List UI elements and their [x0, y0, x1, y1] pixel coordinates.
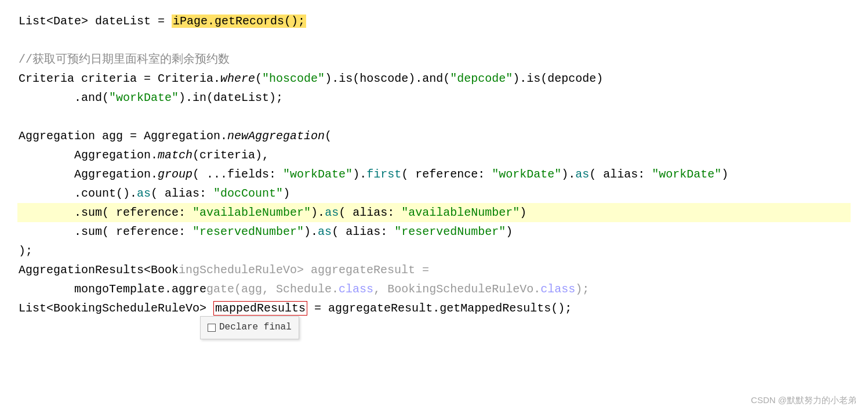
code-line-agg-1: Aggregation agg = Aggregation.newAggrega…: [17, 126, 851, 146]
code-line-agg-sum-available: .sum( reference: "availableNumber").as( …: [17, 203, 851, 222]
declare-final-label: Declare final: [219, 320, 292, 335]
code-line-mongo: mongoTemplate.aggregate(agg, Schedule.cl…: [17, 280, 851, 299]
code-line-agg-count: .count().as( alias: "docCount"): [17, 184, 851, 203]
ipage-highlight: iPage.getRecords();: [172, 15, 306, 28]
code-line-comment: //获取可预约日期里面科室的剩余预约数: [17, 50, 851, 69]
code-line-agg-close: );: [17, 241, 851, 260]
code-line-empty-2: [17, 107, 851, 126]
code-line-1: List<Date> dateList = iPage.getRecords()…: [17, 12, 851, 31]
declare-final-popup[interactable]: Declare final: [200, 316, 299, 339]
code-line-agg-group: Aggregation.group( ...fields: "workDate"…: [17, 165, 851, 184]
code-block: List<Date> dateList = iPage.getRecords()…: [17, 12, 851, 318]
code-line-agg-match: Aggregation.match(criteria),: [17, 146, 851, 165]
declare-final-checkbox[interactable]: [208, 324, 216, 332]
csdn-watermark: CSDN @默默努力的小老弟: [751, 393, 856, 407]
code-line-empty-1: [17, 31, 851, 50]
code-line-agg-sum-reserved: .sum( reference: "reservedNumber").as( a…: [17, 222, 851, 241]
code-line-agg-results: AggregationResults<BookingScheduleRuleVo…: [17, 260, 851, 280]
code-line-criteria-2: .and("workDate").in(dateList);: [17, 88, 851, 107]
mapped-results-box: mappedResults: [213, 301, 307, 316]
code-line-list: List<BookingScheduleRuleVo> mappedResult…: [17, 299, 851, 318]
code-line-criteria-1: Criteria criteria = Criteria.where("hosc…: [17, 69, 851, 88]
